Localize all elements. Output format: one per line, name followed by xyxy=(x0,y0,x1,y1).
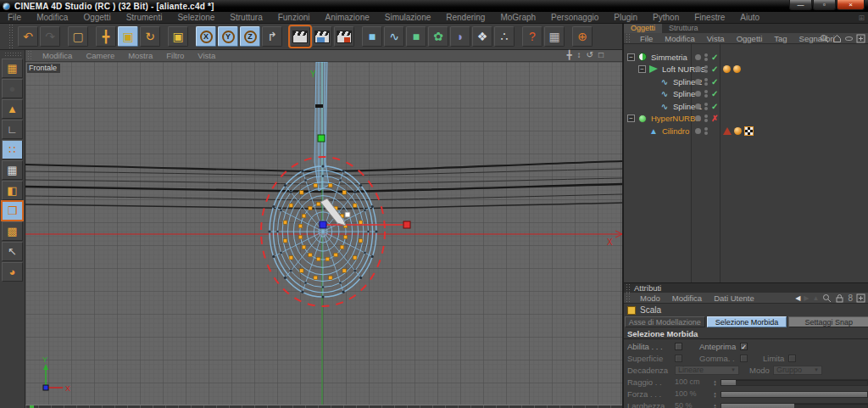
forza-value[interactable]: 100 % xyxy=(675,389,712,399)
tree-row-spline[interactable]: ∿Spline✓ xyxy=(624,88,868,100)
menu-item-aiuto[interactable]: Aiuto xyxy=(732,13,767,22)
nurbs-icon[interactable]: ■ xyxy=(406,26,426,47)
button-settaggi-snap[interactable]: Settaggi Snap xyxy=(788,316,868,327)
disabled-cross-icon[interactable]: ✗ xyxy=(711,114,718,123)
material-tag-icon[interactable] xyxy=(734,127,742,135)
menu-item-file[interactable]: File xyxy=(634,34,659,43)
menu-item-filtro[interactable]: Filtro xyxy=(159,51,191,60)
viewport-menu-grip[interactable] xyxy=(27,50,33,61)
object-manager-grip[interactable] xyxy=(626,33,632,43)
visibility-dot[interactable] xyxy=(695,128,701,134)
menu-item-animazione[interactable]: Animazione xyxy=(318,13,377,22)
home-icon[interactable] xyxy=(832,34,842,43)
layout-oval-icon[interactable] xyxy=(845,36,853,41)
menu-item-rendering[interactable]: Rendering xyxy=(438,13,492,22)
make-editable-icon[interactable]: ▲ xyxy=(2,99,23,119)
coordinate-system-icon[interactable]: ↱ xyxy=(262,26,282,47)
menu-item-modifica[interactable]: Modifica xyxy=(666,293,708,303)
minimize-button[interactable]: — xyxy=(789,0,812,10)
y-axis-lock-icon[interactable]: Y xyxy=(218,26,238,47)
decadenza-dropdown[interactable]: Lineare▼ xyxy=(675,366,739,375)
button-selezione-morbida[interactable]: Selezione Morbida xyxy=(707,316,787,327)
raggio-slider[interactable] xyxy=(721,379,868,386)
texture-mode-icon[interactable]: ▩ xyxy=(2,221,23,241)
viewport-rotate-icon[interactable]: ↺ xyxy=(587,50,593,59)
toolbar-grip[interactable] xyxy=(8,24,14,49)
menu-item-dati-utente[interactable]: Dati Utente xyxy=(708,293,760,303)
menu-item-personaggio[interactable]: Personaggio xyxy=(543,13,606,22)
menu-item-vista[interactable]: Vista xyxy=(191,51,222,60)
editor-render-dots[interactable] xyxy=(704,114,708,123)
enabled-check-icon[interactable]: ✓ xyxy=(711,64,718,74)
up-icon[interactable]: ▲ xyxy=(813,294,820,302)
gomma-checkbox[interactable] xyxy=(740,355,748,362)
phong-tag-icon[interactable] xyxy=(723,127,732,135)
forza-slider[interactable] xyxy=(721,391,868,398)
menu-item-file[interactable]: File xyxy=(0,13,29,22)
particles-icon[interactable]: ∴ xyxy=(494,26,515,47)
back-icon[interactable]: ◀ xyxy=(795,294,800,302)
render-picture-viewer-icon[interactable] xyxy=(312,26,332,47)
menu-item-modifica[interactable]: Modifica xyxy=(36,51,79,60)
raggio-stepper[interactable]: ▴▾ xyxy=(712,377,718,387)
polygons-mode-icon[interactable]: ◧ xyxy=(2,181,23,200)
move-tool-icon[interactable]: ╋ xyxy=(96,26,116,47)
menu-item-oggetti[interactable]: Oggetti xyxy=(75,13,118,22)
new-panel-icon[interactable] xyxy=(856,34,865,43)
attribute-grip[interactable] xyxy=(626,283,632,293)
active-tool-scale-icon[interactable]: ▣ xyxy=(168,26,188,47)
tree-row-spline-2[interactable]: ∿Spline 2✓ xyxy=(624,75,868,87)
material-tag-icon[interactable] xyxy=(723,65,731,73)
menu-item-modifica[interactable]: Modifica xyxy=(29,13,75,22)
tree-row-spline-1[interactable]: ∿Spline 1✓ xyxy=(624,100,868,112)
online-updater-icon[interactable]: ⊕ xyxy=(572,26,593,47)
modo-dropdown[interactable]: Gruppo▼ xyxy=(773,366,822,375)
selection-tag-icon[interactable] xyxy=(744,126,754,136)
visibility-dot[interactable] xyxy=(695,115,701,121)
viewport-zoom-icon[interactable]: ↕ xyxy=(577,50,581,59)
expander-icon[interactable]: − xyxy=(627,115,635,122)
tab-oggetti[interactable]: Oggetti xyxy=(624,24,662,33)
link-icon[interactable]: 8 xyxy=(848,293,853,303)
larghezza-slider[interactable] xyxy=(721,403,868,408)
new-panel-icon[interactable] xyxy=(856,293,865,303)
layout-grid-icon[interactable]: ▦ xyxy=(2,59,23,78)
menu-item-python[interactable]: Python xyxy=(645,13,687,22)
visibility-dot[interactable] xyxy=(695,54,701,60)
menu-item-plugin[interactable]: Plugin xyxy=(606,13,645,22)
search-icon[interactable] xyxy=(822,293,832,303)
expander-icon[interactable]: − xyxy=(627,53,635,61)
z-axis-lock-icon[interactable]: Z xyxy=(240,26,260,47)
visibility-dot[interactable] xyxy=(695,66,701,72)
modeling-array-icon[interactable]: ✿ xyxy=(428,26,448,47)
menu-item-finestre[interactable]: Finestre xyxy=(687,13,732,22)
menu-item-funzioni[interactable]: Funzioni xyxy=(270,13,318,22)
visibility-dot[interactable] xyxy=(695,103,701,109)
search-icon[interactable] xyxy=(820,34,829,43)
timeline-ruler[interactable] xyxy=(25,405,622,408)
restore-button[interactable]: ▫ xyxy=(813,0,836,10)
editor-render-dots[interactable] xyxy=(704,77,708,87)
larghezza-value[interactable]: 50 % xyxy=(675,401,712,408)
enabled-check-icon[interactable]: ✓ xyxy=(711,53,718,62)
points-mode-icon[interactable]: ∷ xyxy=(2,140,23,159)
menu-item-modo[interactable]: Modo xyxy=(634,293,666,303)
raggio-value[interactable]: 100 cm xyxy=(675,377,712,387)
editor-render-dots[interactable] xyxy=(704,126,708,136)
live-selection-icon[interactable]: ▢ xyxy=(68,26,88,47)
anteprima-checkbox[interactable]: ✓ xyxy=(740,343,748,350)
larghezza-stepper[interactable]: ▴▾ xyxy=(712,401,718,408)
viewport-pan-icon[interactable]: ╋ xyxy=(567,50,572,59)
objects-icon[interactable]: ◕ xyxy=(2,262,23,282)
forza-stepper[interactable]: ▴▾ xyxy=(712,389,718,399)
menu-item-tag[interactable]: Tag xyxy=(768,34,793,43)
menu-item-struttura[interactable]: Struttura xyxy=(222,13,270,22)
tab-struttura[interactable]: Struttura xyxy=(662,24,705,33)
redo-icon[interactable]: ↷ xyxy=(40,26,60,47)
menu-item-selezione[interactable]: Selezione xyxy=(170,13,222,22)
visibility-dot[interactable] xyxy=(695,91,701,97)
enabled-check-icon[interactable]: ✓ xyxy=(711,77,718,87)
undo-icon[interactable]: ↶ xyxy=(18,26,38,47)
superficie-checkbox[interactable] xyxy=(675,355,682,362)
editor-render-dots[interactable] xyxy=(704,89,708,98)
